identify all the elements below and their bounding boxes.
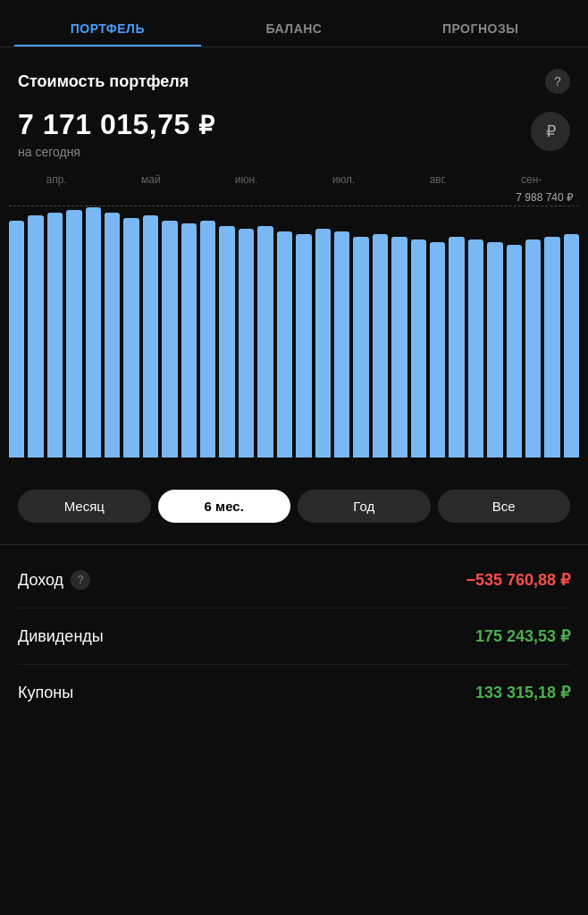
chart-bar xyxy=(9,221,24,458)
chart-bar xyxy=(353,237,368,458)
chart-bar xyxy=(315,229,331,458)
chart-bar xyxy=(239,229,254,458)
chart-bar xyxy=(468,239,483,458)
chart-bar xyxy=(487,242,502,458)
chart-bar xyxy=(123,218,139,458)
tab-forecast[interactable]: ПРОГНОЗЫ xyxy=(387,11,574,46)
dividends-label: Дивиденды xyxy=(18,627,104,646)
chart-area: 7 988 740 ₽ xyxy=(0,189,588,475)
chart-bar xyxy=(391,237,407,458)
chart-bar xyxy=(544,237,559,458)
chart-bars xyxy=(9,189,579,458)
label-jun: июн. xyxy=(235,173,258,186)
chart-bar xyxy=(47,213,63,458)
period-year-button[interactable]: Год xyxy=(298,490,431,523)
income-help-button[interactable]: ? xyxy=(71,570,90,590)
value-left: 7 171 015,75 ₽ на сегодня xyxy=(18,108,215,159)
stat-row-income: Доход ? −535 760,88 ₽ xyxy=(18,552,570,609)
chart-top-value: 7 988 740 ₽ xyxy=(516,191,574,204)
tab-balance[interactable]: БАЛАНС xyxy=(201,11,388,46)
label-sep: сен- xyxy=(521,173,542,186)
chart-bar xyxy=(181,223,197,458)
chart-bar xyxy=(105,213,120,458)
value-section: 7 171 015,75 ₽ на сегодня ₽ xyxy=(0,101,588,173)
chart-bar xyxy=(373,234,388,458)
tab-bar: ПОРТФЕЛЬ БАЛАНС ПРОГНОЗЫ xyxy=(0,0,588,47)
chart-bar xyxy=(277,231,292,458)
stat-row-dividends: Дивиденды 175 243,53 ₽ xyxy=(18,609,570,665)
chart-bar xyxy=(334,231,349,458)
chart-dashed-line xyxy=(9,206,579,206)
stat-row-coupons: Купоны 133 315,18 ₽ xyxy=(18,665,570,720)
chart-bar xyxy=(143,215,158,458)
stats-section: Доход ? −535 760,88 ₽ Дивиденды 175 243,… xyxy=(0,552,588,720)
chart-bar xyxy=(449,237,464,458)
label-aug: авг. xyxy=(430,173,447,186)
portfolio-title: Стоимость портфеля xyxy=(18,72,189,91)
label-apr: апр. xyxy=(46,173,67,186)
chart-bar xyxy=(257,226,273,458)
period-buttons: Месяц 6 мес. Год Все xyxy=(0,475,588,537)
portfolio-header: Стоимость портфеля ? xyxy=(0,47,588,101)
period-6months-button[interactable]: 6 мес. xyxy=(158,490,291,523)
chart-bar xyxy=(66,210,81,458)
chart-bar xyxy=(507,245,522,458)
chart-bar xyxy=(411,239,426,458)
label-may: май xyxy=(141,173,161,186)
chart-bar xyxy=(525,239,541,458)
portfolio-help-button[interactable]: ? xyxy=(545,69,570,94)
chart-bar xyxy=(564,234,579,458)
chart-month-labels: апр. май июн. июл. авг. сен- xyxy=(0,173,588,189)
tab-portfolio[interactable]: ПОРТФЕЛЬ xyxy=(14,11,201,46)
period-month-button[interactable]: Месяц xyxy=(18,490,151,523)
income-label: Доход ? xyxy=(18,570,90,590)
period-all-button[interactable]: Все xyxy=(438,490,571,523)
chart-bar xyxy=(200,221,215,458)
currency-toggle-button[interactable]: ₽ xyxy=(531,112,570,151)
income-value: −535 760,88 ₽ xyxy=(466,570,570,590)
label-jul: июл. xyxy=(332,173,356,186)
portfolio-value: 7 171 015,75 ₽ xyxy=(18,108,215,141)
chart-bar xyxy=(162,221,177,458)
chart-bar xyxy=(86,207,101,458)
coupons-label: Купоны xyxy=(18,684,73,702)
chart-container: апр. май июн. июл. авг. сен- 7 988 740 ₽ xyxy=(0,173,588,475)
chart-bar xyxy=(219,226,234,458)
section-divider xyxy=(0,544,588,545)
chart-bar xyxy=(296,234,311,458)
coupons-value: 133 315,18 ₽ xyxy=(475,683,570,702)
chart-bar xyxy=(28,215,43,458)
portfolio-date: на сегодня xyxy=(18,145,215,159)
chart-bar xyxy=(430,242,445,458)
dividends-value: 175 243,53 ₽ xyxy=(475,626,570,646)
